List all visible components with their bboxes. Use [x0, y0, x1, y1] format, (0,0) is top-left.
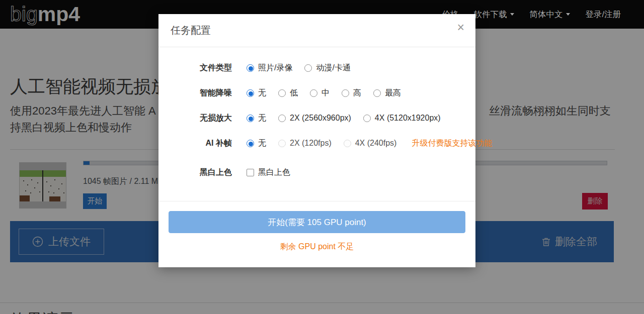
option-label: 低	[290, 88, 298, 98]
radio-icon[interactable]	[344, 140, 351, 147]
option-label: 4X (240fps)	[355, 139, 397, 148]
modal-body: 文件类型照片/录像动漫/卡通智能降噪无低中高最高无损放大无2X (2560x96…	[158, 47, 475, 185]
option-label: 高	[353, 88, 361, 98]
checkbox-option[interactable]: 黑白上色	[247, 167, 290, 178]
task-config-modal: 任务配置 × 文件类型照片/录像动漫/卡通智能降噪无低中高最高无损放大无2X (…	[158, 14, 475, 267]
modal-start-button[interactable]: 开始(需要 105 GPU point)	[169, 211, 465, 233]
radio-icon[interactable]	[278, 89, 286, 97]
config-row-label: 黑白上色	[199, 167, 232, 178]
radio-option[interactable]: 动漫/卡通	[304, 63, 350, 73]
modal-header: 任务配置 ×	[158, 14, 475, 47]
config-row: 文件类型照片/录像动漫/卡通	[199, 55, 465, 80]
radio-option[interactable]: 2X (2560x960px)	[278, 114, 351, 123]
option-label: 无	[258, 88, 266, 98]
config-row: AI 补帧无2X (120fps)4X (240fps)升级付费版支持该功能	[199, 131, 465, 156]
config-row-label: 文件类型	[199, 63, 232, 73]
nav-item-label: 登录/注册	[585, 9, 621, 20]
option-label: 黑白上色	[258, 167, 290, 178]
radio-option[interactable]: 低	[278, 88, 298, 98]
config-row-options: 无低中高最高	[247, 88, 401, 98]
page: bigmp4 价格软件下载简体中文登录/注册 人工智能视频无损放大 使用2023…	[0, 0, 644, 314]
option-label: 2X (120fps)	[290, 139, 332, 148]
radio-icon[interactable]	[247, 140, 254, 147]
option-label: 4X (5120x1920px)	[375, 114, 441, 123]
nav-item[interactable]: 登录/注册	[585, 9, 621, 20]
radio-option[interactable]: 无	[247, 138, 266, 149]
option-label: 2X (2560x960px)	[290, 114, 351, 123]
gpu-point-warning: 剩余 GPU point 不足	[169, 242, 465, 252]
radio-option[interactable]: 4X (5120x1920px)	[363, 114, 441, 123]
radio-icon[interactable]	[247, 115, 254, 122]
radio-option[interactable]: 高	[342, 88, 361, 98]
upgrade-link[interactable]: 升级付费版支持该功能	[412, 138, 492, 149]
option-label: 动漫/卡通	[316, 63, 350, 73]
nav-item-label: 简体中文	[529, 9, 562, 20]
option-label: 最高	[385, 88, 401, 98]
radio-icon[interactable]	[373, 89, 381, 97]
option-label: 无	[258, 138, 266, 149]
radio-option[interactable]: 4X (240fps)	[344, 139, 397, 148]
close-icon[interactable]: ×	[456, 20, 465, 35]
chevron-down-icon	[510, 13, 514, 16]
config-row-options: 无2X (120fps)4X (240fps)升级付费版支持该功能	[247, 138, 492, 149]
config-row-label: 智能降噪	[199, 88, 232, 98]
radio-option[interactable]: 2X (120fps)	[278, 139, 332, 148]
config-row-label: 无损放大	[199, 113, 232, 124]
option-label: 无	[258, 113, 266, 124]
radio-icon[interactable]	[247, 64, 254, 72]
option-label: 照片/录像	[258, 63, 292, 73]
radio-option[interactable]: 无	[247, 113, 266, 124]
config-row-options: 无2X (2560x960px)4X (5120x1920px)	[247, 113, 441, 124]
radio-icon[interactable]	[304, 64, 312, 72]
config-row-label: AI 补帧	[199, 138, 232, 149]
radio-option[interactable]: 最高	[373, 88, 401, 98]
radio-icon[interactable]	[310, 89, 317, 97]
config-row: 智能降噪无低中高最高	[199, 80, 465, 106]
radio-icon[interactable]	[278, 140, 286, 147]
checkbox-icon[interactable]	[247, 169, 254, 176]
radio-icon[interactable]	[278, 115, 286, 122]
config-row: 黑白上色黑白上色	[199, 160, 465, 185]
radio-option[interactable]: 无	[247, 88, 266, 98]
logo-text-mp4: mp4	[38, 3, 80, 26]
radio-option[interactable]: 照片/录像	[247, 63, 292, 73]
chevron-down-icon	[566, 13, 570, 16]
nav-item[interactable]: 软件下载	[473, 9, 514, 20]
logo-text-big: big	[10, 3, 38, 26]
modal-footer: 开始(需要 105 GPU point) 剩余 GPU point 不足	[158, 201, 475, 252]
config-row: 无损放大无2X (2560x960px)4X (5120x1920px)	[199, 106, 465, 131]
option-label: 中	[321, 88, 330, 98]
modal-title: 任务配置	[171, 25, 211, 36]
radio-icon[interactable]	[363, 115, 371, 122]
logo[interactable]: bigmp4	[10, 4, 80, 25]
radio-option[interactable]: 中	[310, 88, 330, 98]
radio-icon[interactable]	[342, 89, 349, 97]
nav-item[interactable]: 简体中文	[529, 9, 570, 20]
radio-icon[interactable]	[247, 89, 254, 97]
config-row-options: 黑白上色	[247, 167, 290, 178]
config-row-options: 照片/录像动漫/卡通	[247, 63, 351, 73]
nav-item-label: 软件下载	[473, 9, 507, 20]
